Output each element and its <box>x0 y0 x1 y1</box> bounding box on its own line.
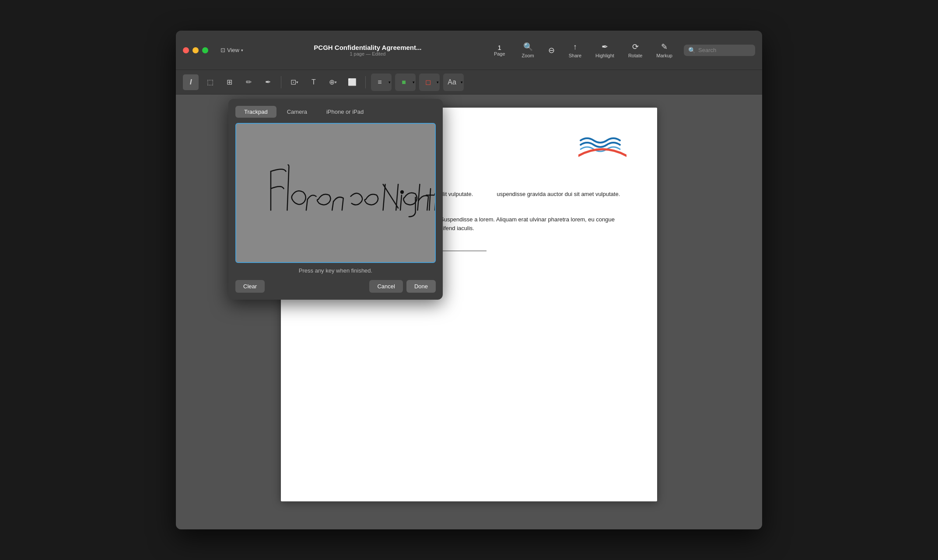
shapes-group-button[interactable]: ⊡ ▾ <box>287 74 302 90</box>
zoom-icon: 🔍 <box>523 42 533 52</box>
chevron-down-icon-border: ▾ <box>437 80 439 84</box>
pencil-icon: ✏ <box>246 78 252 86</box>
share-button[interactable]: ↑ Share <box>563 41 588 60</box>
selection-icon: ⬚ <box>207 78 214 86</box>
mac-window: ⊡ View ▾ PCGH Confidentiality Agreement.… <box>176 31 762 529</box>
svg-point-0 <box>401 191 403 193</box>
fullscreen-button[interactable] <box>202 47 208 53</box>
signature-dialog: Trackpad Camera iPhone or iPad <box>228 99 443 300</box>
page-label: Page <box>494 51 505 56</box>
border-color-group: ◻ ▾ <box>419 74 440 91</box>
done-button[interactable]: Done <box>406 280 436 293</box>
zoom-button[interactable]: 🔍 Zoom <box>516 40 540 60</box>
text-box-icon: T <box>312 78 316 86</box>
border-color-button[interactable]: ◻ <box>420 74 436 90</box>
list-view-icon: ≡ <box>378 78 382 86</box>
stamp-button[interactable]: ⊕ ▾ <box>325 74 341 90</box>
highlight-button[interactable]: ✒ Highlight <box>589 40 620 60</box>
chevron-down-icon-fill: ▾ <box>413 80 415 84</box>
markup-button[interactable]: ✎ Markup <box>650 40 679 60</box>
dialog-right-buttons: Cancel Done <box>369 280 436 293</box>
toolbar-actions: 🔍 Zoom ⊖ ↑ Share ✒ Highlight ⟳ Rotate ✎ … <box>516 40 679 60</box>
toolbar-separator-2 <box>365 76 366 88</box>
chevron-down-icon-font: ▾ <box>461 80 463 84</box>
stamp-icon: ⊕ <box>329 78 335 86</box>
image-icon: ⊞ <box>227 78 232 86</box>
tab-camera[interactable]: Camera <box>278 106 316 118</box>
signature-icon: ✒ <box>265 78 271 86</box>
search-bar[interactable]: 🔍 <box>684 45 755 56</box>
font-icon: Aa <box>448 78 456 86</box>
signature-tool-button[interactable]: ✒ <box>260 74 276 90</box>
text-cursor-icon: I <box>190 78 192 87</box>
view-label: View <box>227 47 239 53</box>
font-button[interactable]: Aa <box>444 74 460 90</box>
minimize-button[interactable] <box>192 47 199 53</box>
dialog-tabs: Trackpad Camera iPhone or iPad <box>235 106 436 118</box>
fill-color-button[interactable]: ■ <box>396 74 412 90</box>
clear-button[interactable]: Clear <box>235 280 265 293</box>
draw-tool-button[interactable]: ✏ <box>241 74 256 90</box>
share-label: Share <box>569 53 581 58</box>
highlight-icon: ✒ <box>602 42 608 52</box>
text-tool-button[interactable]: I <box>183 74 199 90</box>
signature-drawing <box>236 124 435 262</box>
sidebar-icon: ⊡ <box>220 47 225 53</box>
chevron-down-icon-stamp: ▾ <box>335 80 337 84</box>
search-input[interactable] <box>698 47 751 53</box>
border-color-icon: ◻ <box>425 78 431 86</box>
title-section: PCGH Confidentiality Agreement... 1 page… <box>252 44 483 56</box>
markup-label: Markup <box>656 53 672 58</box>
view-options-group: ≡ ▾ <box>371 74 392 91</box>
secondary-toolbar: I ⬚ ⊞ ✏ ✒ ⊡ ▾ T ⊕ ▾ ⬜ <box>176 70 762 94</box>
rotate-label: Rotate <box>628 53 642 58</box>
page-button[interactable]: 1 Page <box>489 42 511 58</box>
dialog-actions: Clear Cancel Done <box>235 280 436 293</box>
fill-color-icon: ■ <box>402 78 406 86</box>
image-tool-button[interactable]: ⊞ <box>221 74 237 90</box>
zoom-out-icon: ⊖ <box>548 46 555 55</box>
press-key-hint: Press any key when finished. <box>235 267 436 274</box>
page-number: 1 <box>498 44 501 51</box>
dialog-overlay: Trackpad Camera iPhone or iPad <box>176 94 762 529</box>
zoom-out-button[interactable]: ⊖ <box>542 44 561 57</box>
share-icon: ↑ <box>573 42 577 52</box>
markup-icon: ✎ <box>661 42 668 52</box>
close-button[interactable] <box>183 47 189 53</box>
view-button[interactable]: ⊡ View ▾ <box>217 45 247 55</box>
document-subtitle: 1 page — Edited <box>350 51 385 56</box>
title-bar: ⊡ View ▾ PCGH Confidentiality Agreement.… <box>176 31 762 70</box>
traffic-lights <box>183 47 208 53</box>
text-box-button[interactable]: T <box>306 74 322 90</box>
cancel-button[interactable]: Cancel <box>369 280 402 293</box>
list-view-button[interactable]: ≡ <box>372 74 388 90</box>
rotate-icon: ⟳ <box>632 42 639 52</box>
shapes-icon: ⊡ <box>290 78 296 86</box>
window-button[interactable]: ⬜ <box>344 74 360 90</box>
chevron-down-icon-shapes: ▾ <box>296 80 298 84</box>
window-icon: ⬜ <box>348 78 357 86</box>
selection-tool-button[interactable]: ⬚ <box>202 74 218 90</box>
chevron-down-icon: ▾ <box>241 48 243 52</box>
tab-iphone[interactable]: iPhone or iPad <box>318 106 372 118</box>
main-content: eral Hospital Lorem ipsum dolor sit amet… <box>176 94 762 529</box>
highlight-label: Highlight <box>595 53 614 58</box>
chevron-down-icon-list: ▾ <box>388 80 391 84</box>
search-icon: 🔍 <box>688 47 696 54</box>
tab-trackpad[interactable]: Trackpad <box>235 106 276 118</box>
toolbar-separator-1 <box>281 76 281 88</box>
font-options-group: Aa ▾ <box>443 74 464 91</box>
document-title: PCGH Confidentiality Agreement... <box>314 44 421 51</box>
rotate-button[interactable]: ⟳ Rotate <box>622 40 648 60</box>
color-options-group: ■ ▾ <box>395 74 416 91</box>
zoom-label: Zoom <box>522 53 534 58</box>
signature-canvas[interactable] <box>235 123 436 263</box>
